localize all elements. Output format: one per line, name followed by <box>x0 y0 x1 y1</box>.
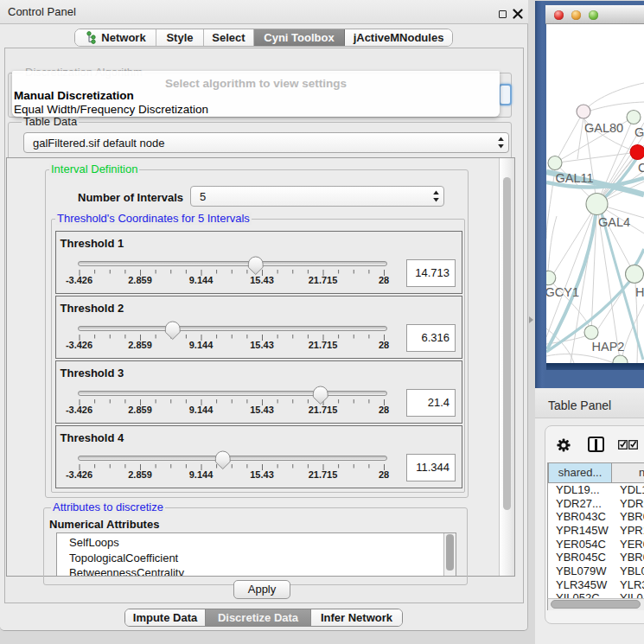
svg-text:HAP2: HAP2 <box>592 340 625 354</box>
svg-text:GAL4: GAL4 <box>598 215 630 229</box>
svg-text:GCY1: GCY1 <box>546 285 579 299</box>
svg-text:GA: GA <box>634 125 644 139</box>
svg-text:GAL11: GAL11 <box>556 171 594 185</box>
svg-text:C: C <box>638 161 644 175</box>
svg-text:GAL80: GAL80 <box>584 121 623 135</box>
svg-text:H: H <box>635 285 644 299</box>
